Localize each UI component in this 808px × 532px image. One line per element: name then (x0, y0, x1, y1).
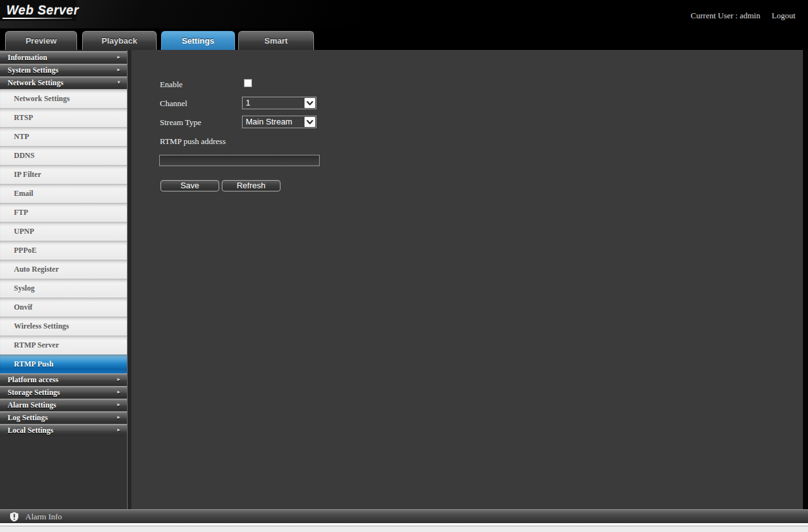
sidebar-group-label: Platform access (8, 375, 58, 384)
chevron-right-icon: ► (116, 374, 121, 385)
sidebar-group-log-settings[interactable]: Log Settings ► (0, 411, 127, 423)
body: Information ► System Settings ► Network … (0, 50, 808, 509)
sidebar-item-syslog[interactable]: Syslog (0, 279, 127, 298)
sidebar-group-label: Log Settings (8, 413, 48, 422)
save-button[interactable]: Save (160, 180, 219, 191)
logo-underline (3, 18, 72, 19)
tab-playback[interactable]: Playback (82, 31, 157, 50)
sidebar-item-upnp[interactable]: UPNP (0, 222, 127, 241)
chevron-right-icon: ► (116, 52, 121, 63)
sidebar-group-information[interactable]: Information ► (0, 51, 127, 63)
dropdown-arrow-icon (305, 98, 315, 108)
sidebar-item-ddns[interactable]: DDNS (0, 146, 127, 165)
sidebar-item-ip-filter[interactable]: IP Filter (0, 165, 127, 184)
sidebar-group-label: Alarm Settings (8, 401, 56, 409)
sidebar-item-rtsp[interactable]: RTSP (0, 108, 127, 127)
sidebar-item-ftp[interactable]: FTP (0, 203, 127, 222)
dropdown-arrow-icon (305, 117, 315, 127)
tab-preview[interactable]: Preview (5, 31, 77, 50)
header: Web Server Current User : adminLogout (0, 0, 808, 28)
sidebar-group-label: Network Settings (8, 78, 63, 87)
sidebar-item-rtmp-server[interactable]: RTMP Server (0, 336, 127, 354)
rtmp-push-address-input[interactable] (159, 155, 320, 166)
sidebar-item-ntp[interactable]: NTP (0, 127, 127, 146)
sidebar-group-alarm-settings[interactable]: Alarm Settings ► (0, 399, 127, 411)
sidebar-group-network-settings[interactable]: Network Settings ▼ (0, 76, 127, 88)
rtmp-push-address-label: RTMP push address (160, 136, 226, 147)
tab-settings[interactable]: Settings (161, 31, 235, 50)
stream-type-select-value: Main Stream (246, 117, 292, 126)
sidebar-item-pppoe[interactable]: PPPoE (0, 241, 127, 260)
chevron-right-icon: ► (116, 387, 121, 398)
web-server-app: Web Server Current User : adminLogout Pr… (0, 0, 808, 532)
sidebar-item-email[interactable]: Email (0, 184, 127, 203)
chevron-down-icon: ▼ (116, 77, 121, 88)
sidebar-group-label: Storage Settings (8, 388, 60, 397)
channel-label: Channel (160, 99, 187, 109)
sidebar-item-auto-register[interactable]: Auto Register (0, 260, 127, 279)
tab-smart[interactable]: Smart (238, 31, 314, 50)
alarm-info-label: Alarm Info (25, 510, 62, 523)
rtmp-push-form: Enable Channel 1 Stream Type Main Stream… (131, 50, 803, 509)
app-logo-text: Web Server (6, 3, 76, 18)
channel-select[interactable]: 1 (242, 97, 317, 109)
app-logo: Web Server (0, 0, 76, 21)
sidebar-group-storage-settings[interactable]: Storage Settings ► (0, 386, 127, 398)
chevron-right-icon: ► (116, 425, 121, 436)
current-user-label: Current User : admin (690, 11, 760, 20)
alarm-info-bar[interactable]: Alarm Info (0, 509, 808, 523)
sidebar-group-label: Information (8, 53, 47, 62)
sidebar-item-rtmp-push[interactable]: RTMP Push (0, 354, 127, 373)
sidebar-group-system-settings[interactable]: System Settings ► (0, 64, 127, 76)
right-edge (803, 50, 808, 509)
bottom-gray-strip (0, 526, 808, 532)
channel-select-value: 1 (246, 98, 250, 107)
alarm-shield-icon (10, 512, 18, 524)
sidebar: Information ► System Settings ► Network … (0, 50, 127, 509)
sidebar-item-onvif[interactable]: Onvif (0, 298, 127, 317)
enable-label: Enable (160, 80, 183, 90)
stream-type-label: Stream Type (160, 118, 202, 128)
refresh-button[interactable]: Refresh (222, 180, 280, 191)
chevron-right-icon: ► (116, 412, 121, 423)
tab-bar: Preview Playback Settings Smart (0, 28, 808, 50)
stream-type-select[interactable]: Main Stream (242, 116, 317, 128)
sidebar-item-wireless-settings[interactable]: Wireless Settings (0, 317, 127, 336)
sidebar-group-label: System Settings (8, 66, 58, 75)
sidebar-item-network-settings[interactable]: Network Settings (0, 89, 127, 108)
sidebar-group-label: Local Settings (8, 426, 53, 435)
sidebar-group-platform-access[interactable]: Platform access ► (0, 373, 127, 385)
logout-link[interactable]: Logout (771, 11, 795, 20)
enable-checkbox[interactable] (244, 79, 252, 87)
sidebar-group-local-settings[interactable]: Local Settings ► (0, 424, 127, 436)
sidebar-divider (127, 50, 131, 509)
chevron-right-icon: ► (116, 64, 121, 76)
header-user-area: Current User : adminLogout (690, 11, 795, 21)
chevron-right-icon: ► (116, 399, 121, 411)
